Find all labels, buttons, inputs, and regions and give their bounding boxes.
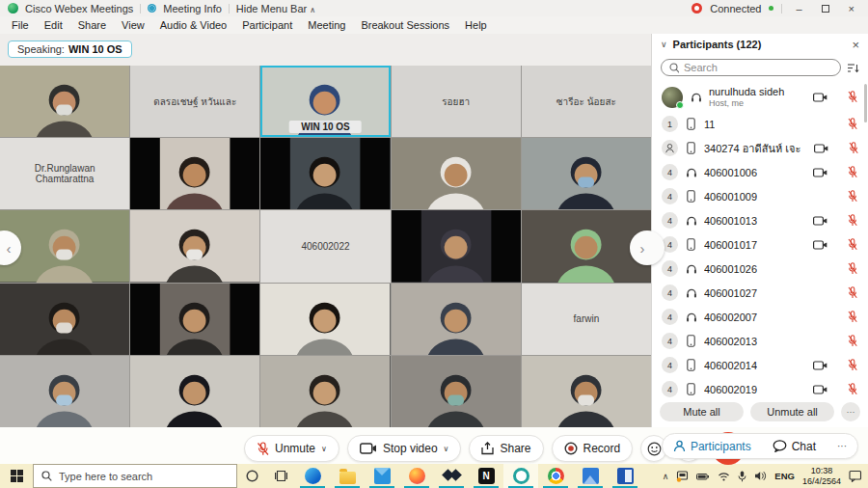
dropbox-taskbar-button[interactable]	[434, 464, 469, 488]
microphone-icon[interactable]	[738, 471, 746, 482]
video-tile[interactable]	[0, 356, 129, 427]
cortana-button[interactable]	[237, 464, 266, 488]
battery-icon[interactable]	[696, 472, 710, 481]
chevron-down-icon[interactable]: ∨	[444, 445, 449, 453]
participant-row[interactable]: 111	[652, 112, 868, 136]
close-window-button[interactable]: ×	[843, 3, 860, 14]
start-button[interactable]	[0, 464, 33, 488]
participant-row[interactable]: 4406002007	[652, 305, 868, 329]
camera-cell[interactable]	[814, 144, 828, 153]
participant-row[interactable]: 4406001017	[652, 232, 868, 257]
video-tile[interactable]	[522, 138, 651, 209]
video-tile-placeholder[interactable]: 406002022	[260, 210, 390, 282]
mute-cell[interactable]	[847, 91, 858, 103]
close-panel-button[interactable]: ×	[852, 38, 859, 52]
mute-all-button[interactable]: Mute all	[660, 402, 744, 421]
next-page-button[interactable]: ›	[630, 230, 665, 265]
volume-icon[interactable]	[754, 471, 767, 481]
mute-cell[interactable]	[847, 118, 858, 130]
camera-cell[interactable]	[812, 240, 827, 250]
participant-row[interactable]: 340274 อาดีสันห์ เจะนะ	[652, 136, 868, 160]
notion-taskbar-button[interactable]: N	[469, 464, 503, 488]
video-tile-placeholder[interactable]: รอยฮา	[392, 66, 521, 137]
video-tile[interactable]	[260, 356, 390, 427]
unmute-all-button[interactable]: Unmute all	[750, 402, 834, 421]
video-tile[interactable]	[130, 284, 259, 355]
chat-toggle-button[interactable]: Chat	[762, 434, 827, 458]
video-tile[interactable]	[130, 210, 259, 282]
participant-row[interactable]: 4406002013	[652, 329, 868, 353]
explorer-taskbar-button[interactable]	[330, 464, 365, 488]
menu-share[interactable]: Share	[70, 19, 114, 31]
edge-taskbar-button[interactable]	[295, 464, 330, 488]
mute-cell[interactable]	[847, 190, 858, 203]
task-view-button[interactable]	[266, 464, 295, 488]
video-tile[interactable]	[392, 356, 521, 427]
action-center-button[interactable]	[849, 470, 862, 482]
menu-breakout-sessions[interactable]: Breakout Sessions	[353, 19, 457, 31]
camera-cell[interactable]	[812, 361, 827, 370]
video-tile[interactable]	[392, 138, 521, 209]
more-panels-button[interactable]: ···	[827, 434, 857, 458]
mute-cell[interactable]	[847, 359, 858, 371]
mute-cell[interactable]	[847, 335, 858, 347]
mute-cell[interactable]	[847, 262, 858, 275]
video-tile-placeholder[interactable]: farwin	[522, 284, 651, 355]
menu-edit[interactable]: Edit	[37, 19, 70, 31]
hide-menu-bar-button[interactable]: Hide Menu Bar ∧	[236, 3, 315, 14]
meeting-info-button[interactable]: Meeting Info	[163, 3, 222, 14]
video-tile[interactable]: WIN 10 OS	[260, 66, 390, 137]
collapse-chevron-icon[interactable]: ∨	[661, 40, 667, 49]
video-tile-placeholder[interactable]: ดลรอเชษฐ์ หวันและ	[130, 66, 259, 137]
mute-cell[interactable]	[847, 383, 858, 395]
menu-audio-video[interactable]: Audio & Video	[152, 19, 235, 31]
language-indicator[interactable]: ENG	[774, 471, 795, 481]
menu-help[interactable]: Help	[457, 19, 495, 31]
webex-taskbar-button[interactable]	[503, 464, 538, 488]
menu-participant[interactable]: Participant	[234, 19, 300, 31]
sort-participants-icon[interactable]	[847, 63, 859, 73]
video-tile[interactable]	[522, 356, 651, 427]
unmute-button[interactable]: Unmute ∨	[244, 435, 339, 462]
participant-row[interactable]: 4406001009	[652, 184, 868, 208]
participant-row[interactable]: 4406001006	[652, 160, 868, 184]
photos-taskbar-button[interactable]	[573, 464, 608, 488]
camera-cell[interactable]	[812, 216, 827, 226]
taskbar-clock[interactable]: 10:38 16/4/2564	[802, 466, 841, 487]
participant-row[interactable]: 4406001013	[652, 208, 868, 232]
participant-row[interactable]: 4406002019	[652, 377, 868, 400]
chevron-down-icon[interactable]: ∨	[321, 445, 327, 453]
video-tile[interactable]	[392, 210, 521, 282]
mute-cell[interactable]	[847, 166, 858, 178]
mute-cell[interactable]	[847, 311, 858, 323]
mute-cell[interactable]	[848, 142, 858, 154]
network-icon[interactable]	[718, 472, 730, 481]
camera-cell[interactable]	[812, 385, 827, 394]
office-taskbar-button[interactable]	[608, 464, 642, 488]
video-tile[interactable]	[130, 138, 259, 209]
menu-view[interactable]: View	[114, 19, 152, 31]
stop-video-button[interactable]: Stop video ∨	[347, 435, 462, 462]
taskbar-search[interactable]: Type here to search	[33, 464, 237, 488]
video-tile[interactable]	[260, 138, 390, 209]
camera-cell[interactable]	[812, 168, 827, 177]
mute-cell[interactable]	[847, 214, 858, 227]
mute-cell[interactable]	[847, 238, 858, 251]
menu-meeting[interactable]: Meeting	[300, 19, 353, 31]
maximize-button[interactable]	[816, 3, 835, 14]
hidden-icons-chevron[interactable]: ∧	[663, 472, 669, 481]
video-tile[interactable]	[392, 284, 521, 355]
participant-row[interactable]: 4406001027	[652, 281, 868, 305]
share-button[interactable]: Share	[469, 435, 543, 462]
more-options-button[interactable]: ···	[841, 402, 860, 421]
video-tile[interactable]	[0, 66, 129, 137]
mute-cell[interactable]	[847, 286, 858, 299]
participant-row[interactable]: nurulhuda sidehHost, me	[652, 82, 868, 112]
participant-row[interactable]: 4406002014	[652, 353, 868, 377]
participants-toggle-button[interactable]: Participants	[663, 434, 762, 458]
chrome-taskbar-button[interactable]	[538, 464, 573, 488]
video-tile-placeholder[interactable]: Dr.Runglawan Chamtarattna	[0, 138, 129, 209]
video-tile[interactable]	[0, 284, 129, 355]
participant-row[interactable]: 4406001026	[652, 257, 868, 281]
record-button[interactable]: Record	[552, 435, 634, 462]
